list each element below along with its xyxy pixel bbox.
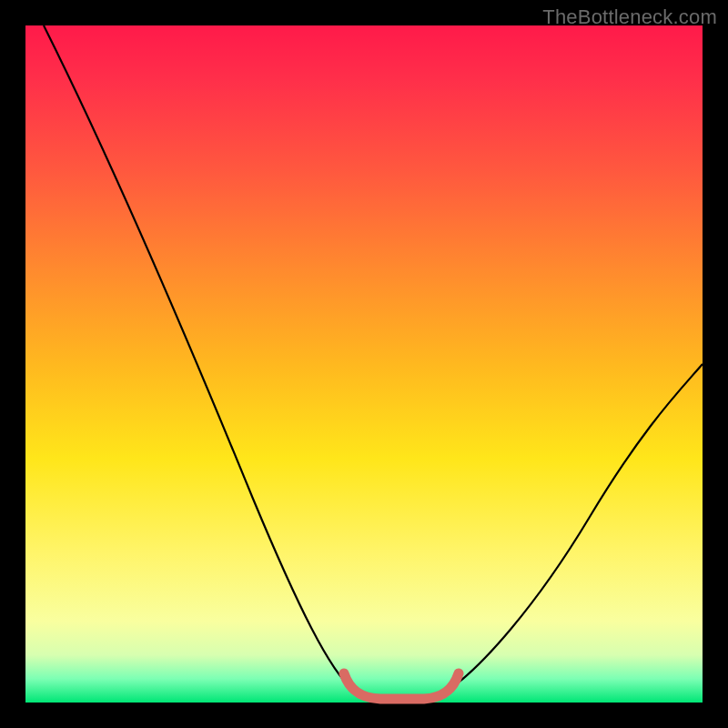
bottleneck-curve (44, 25, 703, 701)
curve-layer (25, 25, 703, 703)
optimal-band-marker (344, 673, 459, 699)
plot-area (25, 25, 703, 703)
chart-frame: TheBottleneck.com (0, 0, 728, 728)
